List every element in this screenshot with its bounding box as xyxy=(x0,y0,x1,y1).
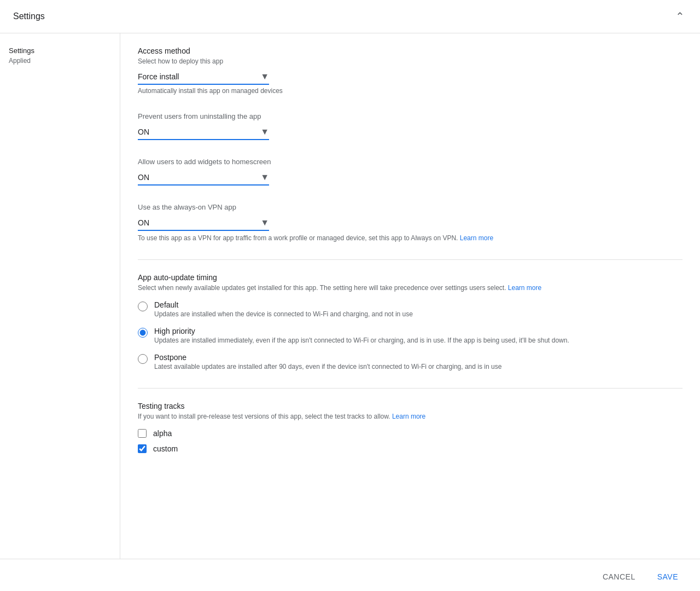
radio-item-default: Default Updates are installed when the d… xyxy=(138,300,682,318)
checkbox-item-custom: custom xyxy=(138,444,682,453)
checkbox-alpha-label: alpha xyxy=(153,429,172,438)
cancel-button[interactable]: CANCEL xyxy=(594,568,644,586)
radio-high-priority-content: High priority Updates are installed imme… xyxy=(154,327,569,344)
allow-widgets-label: Allow users to add widgets to homescreen xyxy=(138,158,682,166)
vpn-label: Use as the always-on VPN app xyxy=(138,203,682,211)
dialog-title: Settings xyxy=(13,11,45,21)
testing-tracks-section: Testing tracks If you want to install pr… xyxy=(138,402,682,453)
divider-2 xyxy=(138,388,682,389)
radio-item-high-priority: High priority Updates are installed imme… xyxy=(138,327,682,344)
close-button[interactable]: ⌃ xyxy=(673,9,687,24)
radio-default-content: Default Updates are installed when the d… xyxy=(154,300,413,318)
auto-update-desc: Select when newly available updates get … xyxy=(138,284,682,292)
auto-update-desc-text: Select when newly available updates get … xyxy=(138,284,506,292)
access-method-label: Access method xyxy=(138,47,682,55)
sidebar-section-title: Settings xyxy=(9,47,111,55)
dialog-footer: CANCEL SAVE xyxy=(0,559,700,591)
radio-high-priority-desc: Updates are installed immediately, even … xyxy=(154,337,569,344)
radio-high-priority[interactable] xyxy=(138,328,148,338)
prevent-uninstall-arrow-icon: ▼ xyxy=(260,127,269,137)
access-method-select[interactable]: Force install ▼ xyxy=(138,69,269,85)
access-method-select-wrapper[interactable]: Force install ▼ xyxy=(138,69,269,85)
radio-high-priority-label: High priority xyxy=(154,327,569,335)
sidebar: Settings Applied xyxy=(0,33,120,559)
access-method-arrow-icon: ▼ xyxy=(260,72,269,82)
prevent-uninstall-label: Prevent users from uninstalling the app xyxy=(138,112,682,120)
main-content: Access method Select how to deploy this … xyxy=(120,33,700,559)
radio-default[interactable] xyxy=(138,302,148,311)
access-method-desc: Select how to deploy this app xyxy=(138,57,682,65)
prevent-uninstall-select-wrapper[interactable]: ON ▼ xyxy=(138,125,269,140)
prevent-uninstall-value: ON xyxy=(138,128,149,136)
bottom-spacer xyxy=(138,471,682,493)
radio-postpone[interactable] xyxy=(138,354,148,364)
checkbox-custom-label: custom xyxy=(153,444,178,453)
allow-widgets-section: Allow users to add widgets to homescreen… xyxy=(138,158,682,186)
vpn-select-wrapper[interactable]: ON ▼ xyxy=(138,216,269,231)
auto-update-radio-group: Default Updates are installed when the d… xyxy=(138,300,682,370)
auto-update-learn-more-link[interactable]: Learn more xyxy=(508,284,541,292)
radio-postpone-content: Postpone Latest available updates are in… xyxy=(154,353,501,370)
vpn-desc: To use this app as a VPN for app traffic… xyxy=(138,234,521,242)
radio-postpone-label: Postpone xyxy=(154,353,501,362)
radio-default-desc: Updates are installed when the device is… xyxy=(154,310,413,318)
checkbox-item-alpha: alpha xyxy=(138,429,682,438)
checkbox-alpha[interactable] xyxy=(138,429,147,438)
vpn-desc-text: To use this app as a VPN for app traffic… xyxy=(138,234,458,242)
radio-default-label: Default xyxy=(154,300,413,309)
prevent-uninstall-section: Prevent users from uninstalling the app … xyxy=(138,112,682,140)
vpn-select[interactable]: ON ▼ xyxy=(138,216,269,231)
sidebar-section-sub: Applied xyxy=(9,57,111,65)
testing-tracks-checkbox-group: alpha custom xyxy=(138,429,682,453)
radio-item-postpone: Postpone Latest available updates are in… xyxy=(138,353,682,370)
access-method-sub-desc: Automatically install this app on manage… xyxy=(138,87,682,95)
testing-tracks-learn-more-link[interactable]: Learn more xyxy=(392,413,425,420)
vpn-learn-more-link[interactable]: Learn more xyxy=(460,234,493,242)
allow-widgets-select[interactable]: ON ▼ xyxy=(138,170,269,186)
testing-tracks-desc-text: If you want to install pre-release test … xyxy=(138,413,390,420)
vpn-arrow-icon: ▼ xyxy=(260,218,269,228)
vpn-section: Use as the always-on VPN app ON ▼ To use… xyxy=(138,203,682,242)
dialog-body: Settings Applied Access method Select ho… xyxy=(0,33,700,559)
auto-update-title: App auto-update timing xyxy=(138,273,682,282)
checkbox-custom[interactable] xyxy=(138,444,147,453)
access-method-section: Access method Select how to deploy this … xyxy=(138,47,682,95)
access-method-value: Force install xyxy=(138,72,179,81)
auto-update-section: App auto-update timing Select when newly… xyxy=(138,273,682,370)
testing-tracks-title: Testing tracks xyxy=(138,402,682,410)
allow-widgets-arrow-icon: ▼ xyxy=(260,172,269,182)
testing-tracks-desc: If you want to install pre-release test … xyxy=(138,413,682,420)
prevent-uninstall-select[interactable]: ON ▼ xyxy=(138,125,269,140)
vpn-value: ON xyxy=(138,218,149,227)
radio-postpone-desc: Latest available updates are installed a… xyxy=(154,363,501,370)
dialog-header: Settings ⌃ xyxy=(0,0,700,33)
divider-1 xyxy=(138,259,682,260)
allow-widgets-select-wrapper[interactable]: ON ▼ xyxy=(138,170,269,186)
save-button[interactable]: SAVE xyxy=(649,568,687,586)
allow-widgets-value: ON xyxy=(138,173,149,182)
